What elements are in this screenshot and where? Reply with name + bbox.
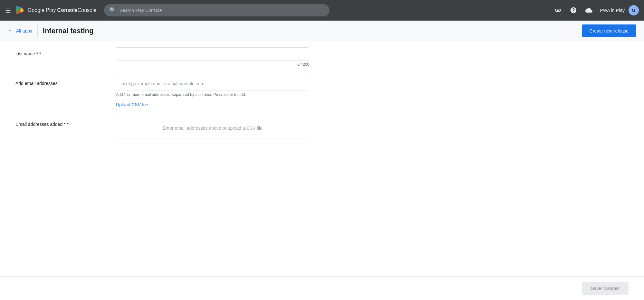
menu-icon[interactable]: ☰ [5, 6, 11, 14]
search-icon: 🔍 [109, 7, 116, 14]
search-bar[interactable]: 🔍 [104, 4, 330, 16]
cloud-icon-button[interactable] [583, 5, 595, 16]
create-email-list-modal: Create email list ✕ * — Required fields … [0, 0, 644, 300]
subheader: ← All apps Internal testing Create new r… [0, 21, 644, 41]
help-icon-button[interactable] [568, 5, 579, 16]
help-icon [570, 7, 577, 14]
modal-body: * — Required fields List name * 0 / 200 … [0, 32, 644, 277]
link-icon-button[interactable] [552, 5, 564, 16]
char-count: 0 / 200 [116, 62, 309, 67]
all-apps-back-button[interactable]: ← All apps [8, 25, 38, 37]
link-icon [554, 7, 562, 14]
add-email-addresses-field: Add 1 or more email addresses, separated… [116, 77, 309, 108]
page-title: Internal testing [43, 27, 582, 35]
navbar: ☰ Google Play ConsoleConsole 🔍 [0, 0, 644, 21]
list-name-label: List name * [15, 47, 106, 56]
avatar[interactable]: U [629, 5, 639, 15]
email-addresses-added-label: Email addresses added * [15, 118, 106, 127]
save-changes-button[interactable]: Save changes [582, 282, 629, 295]
modal-footer: Save changes [0, 277, 644, 300]
search-input[interactable] [120, 8, 324, 13]
navbar-logo: Google Play ConsoleConsole [15, 5, 96, 15]
upload-csv-link[interactable]: Upload CSV file [116, 102, 148, 107]
list-name-row: List name * 0 / 200 [15, 47, 629, 67]
navbar-right: PWA in Play U [552, 5, 639, 16]
list-name-input[interactable] [116, 47, 309, 61]
email-addresses-hint: Add 1 or more email addresses, separated… [116, 92, 309, 97]
navbar-logo-text: Google Play ConsoleConsole [28, 7, 96, 13]
email-addresses-box: Enter email addresses above or upload a … [116, 118, 309, 138]
create-new-release-button[interactable]: Create new release [582, 24, 636, 37]
add-email-addresses-row: Add email addresses Add 1 or more email … [15, 77, 629, 108]
email-addresses-input[interactable] [116, 77, 309, 90]
add-email-addresses-label: Add email addresses [15, 77, 106, 86]
email-addresses-empty-state: Enter email addresses above or upload a … [163, 126, 263, 131]
app-name-label: PWA in Play [600, 8, 625, 13]
email-addresses-added-row: Email addresses added * Enter email addr… [15, 118, 629, 138]
cloud-icon [585, 7, 592, 14]
email-addresses-added-field: Enter email addresses above or upload a … [116, 118, 309, 138]
google-play-logo-icon [15, 5, 25, 15]
back-label: All apps [16, 28, 32, 33]
back-arrow-icon: ← [8, 27, 14, 34]
list-name-field: 0 / 200 [116, 47, 309, 67]
